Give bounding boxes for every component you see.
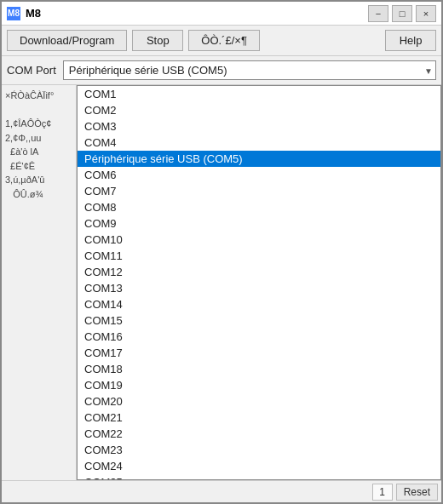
main-window: M8 M8 − □ × Download/Program Stop ÔÒ.´£/… [0,0,443,504]
title-bar-left: M8 M8 [7,7,41,20]
dropdown-item[interactable]: COM1 [78,86,440,102]
dropdown-item[interactable]: COM4 [78,135,440,151]
dropdown-item[interactable]: COM24 [78,458,440,474]
com-port-label: COM Port [7,64,56,77]
dropdown-item[interactable]: COM10 [78,232,440,248]
reset-button[interactable]: Reset [396,484,438,501]
dropdown-item[interactable]: COM14 [78,296,440,312]
dropdown-item[interactable]: COM25 [78,474,440,480]
dropdown-item[interactable]: COM16 [78,329,440,345]
dropdown-item[interactable]: COM20 [78,393,440,410]
left-line-7: 3,ú,µðA'û [5,173,72,187]
action3-button[interactable]: ÔÒ.´£/×¶ [188,30,260,51]
window-title: M8 [26,7,41,20]
title-bar: M8 M8 − □ × [2,2,441,26]
dropdown-item[interactable]: COM2 [78,102,440,118]
stop-button[interactable]: Stop [132,30,183,51]
main-area: ×ŔÒàĈÀÏif° 1,¢ÎAÔÒç¢ 2,¢Φ,,uu £à'ò lA £É… [2,85,441,480]
title-controls: − □ × [368,5,436,22]
dropdown-item[interactable]: COM19 [78,377,440,393]
dropdown-item[interactable]: COM21 [78,410,440,426]
com-port-select-wrapper[interactable]: Périphérique série USB (COM5) ▼ [63,60,436,80]
dropdown-item[interactable]: COM11 [78,248,440,264]
status-bar: 1 Reset [2,480,441,502]
left-line-1: ×ŔÒàĈÀÏif° [5,89,72,103]
dropdown-item[interactable]: COM17 [78,345,440,361]
help-button[interactable]: Help [385,30,436,51]
com-port-row: COM Port Périphérique série USB (COM5) ▼ [2,56,441,85]
dropdown-item[interactable]: COM22 [78,426,440,442]
page-number: 1 [372,484,393,501]
left-line-8: ÔÛ.ø¾ [5,187,72,202]
dropdown-item[interactable]: COM8 [78,199,440,215]
dropdown-arrow-icon: ▼ [424,66,433,75]
dropdown-item[interactable]: COM23 [78,442,440,458]
left-line-6: £É'¢Ê [5,159,72,174]
left-line-3: 1,¢ÎAÔÒç¢ [5,117,72,131]
left-line-5: £à'ò lA [5,145,72,159]
dropdown-item[interactable]: COM18 [78,361,440,377]
dropdown-container[interactable]: COM1COM2COM3COM4Périphérique série USB (… [77,85,441,480]
minimize-button[interactable]: − [368,5,388,22]
dropdown-item[interactable]: COM7 [78,183,440,199]
left-line-2 [5,103,72,117]
dropdown-item[interactable]: Périphérique série USB (COM5) [78,151,440,167]
com-port-display[interactable]: Périphérique série USB (COM5) ▼ [63,60,436,80]
dropdown-item[interactable]: COM13 [78,280,440,296]
dropdown-item[interactable]: COM9 [78,215,440,232]
download-button[interactable]: Download/Program [7,30,127,51]
left-panel-content: ×ŔÒàĈÀÏif° 1,¢ÎAÔÒç¢ 2,¢Φ,,uu £à'ò lA £É… [5,89,72,201]
dropdown-item[interactable]: COM3 [78,118,440,135]
left-line-4: 2,¢Φ,,uu [5,131,72,146]
dropdown-item[interactable]: COM15 [78,312,440,329]
close-button[interactable]: × [416,5,436,22]
maximize-button[interactable]: □ [392,5,412,22]
dropdown-item[interactable]: COM6 [78,167,440,183]
left-panel: ×ŔÒàĈÀÏif° 1,¢ÎAÔÒç¢ 2,¢Φ,,uu £à'ò lA £É… [2,85,77,480]
toolbar: Download/Program Stop ÔÒ.´£/×¶ Help [2,26,441,56]
app-icon: M8 [7,7,20,20]
com-port-value: Périphérique série USB (COM5) [69,64,227,77]
dropdown-list: COM1COM2COM3COM4Périphérique série USB (… [78,86,440,480]
dropdown-item[interactable]: COM12 [78,264,440,280]
